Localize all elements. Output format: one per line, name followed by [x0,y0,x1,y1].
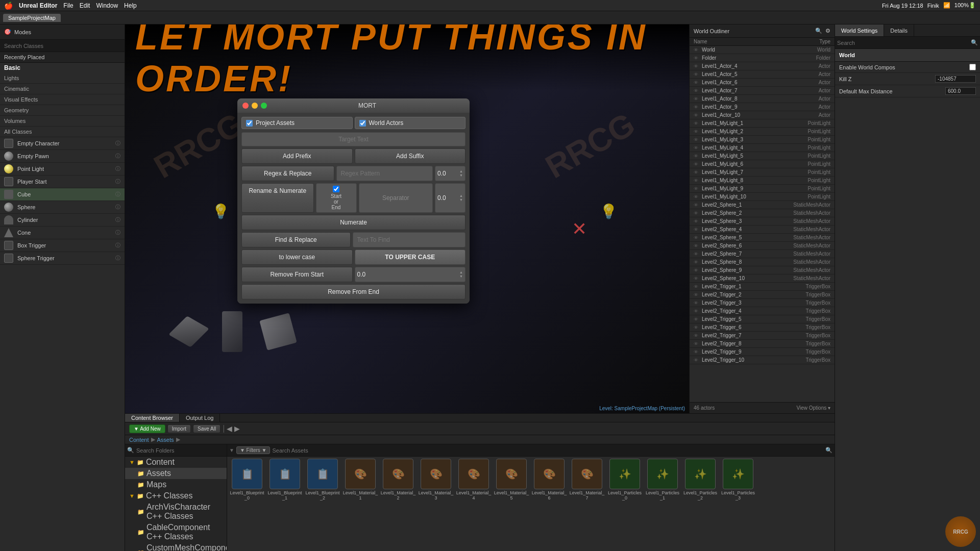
eye-icon[interactable]: 👁 [694,56,700,61]
outliner-item[interactable]: 👁 Level2_Sphere_7 StaticMeshActor [690,250,835,258]
folder-cpp-classes[interactable]: ▼ 📁 C++ Classes [125,490,227,502]
asset-item[interactable]: ✨ Level1_Particles_2 [682,459,718,551]
to-lower-case-button[interactable]: to lower case [241,249,353,265]
category-all-classes[interactable]: All Classes [0,127,125,137]
outliner-item[interactable]: 👁 Level2_Trigger_3 TriggerBox [690,299,835,307]
numerate-spinner[interactable]: ▲▼ [459,194,463,202]
outliner-item[interactable]: 👁 Level1_MyLight_6 PointLight [690,160,835,168]
kill-z-input[interactable] [935,75,976,83]
filters-button[interactable]: ▼ Filters ▼ [236,446,271,454]
class-item-cone[interactable]: Cone ⓘ [0,227,125,239]
outliner-item[interactable]: 👁 Level2_Trigger_2 TriggerBox [690,291,835,299]
mort-minimize-button[interactable] [252,103,258,109]
rename-numerate-button[interactable]: Rename & Numerate [241,183,314,213]
category-cinematic[interactable]: Cinematic [0,84,125,94]
viewport[interactable]: RRCG 人人素材 RRCG LET MORT PUT THINGS IN OR… [125,24,689,413]
details-search-input[interactable] [837,40,969,46]
class-item-point-light[interactable]: Point Light ⓘ [0,163,125,176]
eye-icon[interactable]: 👁 [694,64,700,69]
menu-help[interactable]: Help [124,2,137,9]
menu-file[interactable]: File [63,2,73,9]
asset-item[interactable]: 🎨 Level1_Material_1 [342,459,378,551]
asset-item[interactable]: 📋 Level1_Blueprint_1 [267,459,303,551]
eye-icon[interactable]: 👁 [694,358,700,363]
class-item-cylinder[interactable]: Cylinder ⓘ [0,214,125,227]
class-item-empty-character[interactable]: Empty Character ⓘ [0,137,125,150]
eye-icon[interactable]: 👁 [694,113,700,118]
tab-content-browser[interactable]: Content Browser [125,414,180,422]
eye-icon[interactable]: 👁 [694,154,700,159]
nav-back-icon[interactable]: ◀ [227,424,232,433]
menu-edit[interactable]: Edit [80,2,90,9]
outliner-item[interactable]: 👁 Level2_Sphere_1 StaticMeshActor [690,201,835,209]
eye-icon[interactable]: 👁 [694,325,700,330]
eye-icon[interactable]: 👁 [694,243,700,248]
eye-icon[interactable]: 👁 [694,227,700,232]
class-item-cube[interactable]: Cube ⓘ [0,188,125,201]
eye-icon[interactable]: 👁 [694,88,700,93]
project-assets-checkbox[interactable] [246,120,253,127]
outliner-item[interactable]: 👁 Level2_Trigger_4 TriggerBox [690,307,835,315]
asset-item[interactable]: ✨ Level1_Particles_1 [645,459,680,551]
world-actors-checkbox[interactable] [359,120,366,127]
asset-item[interactable]: 🎨 Level1_Material_4 [456,459,492,551]
eye-icon[interactable]: 👁 [694,203,700,208]
outliner-item[interactable]: 👁 Level2_Trigger_1 TriggerBox [690,283,835,291]
outliner-item[interactable]: 👁 Level1_Actor_10 Actor [690,111,835,119]
remove-start-spinner[interactable]: ▲▼ [459,270,463,279]
add-new-button[interactable]: ▼ Add New [129,424,165,433]
apple-menu[interactable]: 🍎 [4,2,13,10]
outliner-item[interactable]: 👁 Level1_MyLight_3 PointLight [690,136,835,144]
eye-icon[interactable]: 👁 [694,341,700,346]
add-suffix-button[interactable]: Add Suffix [355,148,466,164]
tab-world-settings[interactable]: World Settings [835,24,884,36]
outliner-item[interactable]: 👁 Level2_Sphere_6 StaticMeshActor [690,242,835,250]
outliner-item[interactable]: 👁 Level1_MyLight_7 PointLight [690,168,835,177]
numerate-button[interactable]: Numerate [241,215,465,230]
eye-icon[interactable]: 👁 [694,268,700,273]
outliner-item[interactable]: 👁 Level2_Trigger_5 TriggerBox [690,315,835,323]
eye-icon[interactable]: 👁 [694,162,700,167]
asset-item[interactable]: 📋 Level1_Blueprint_0 [229,459,265,551]
eye-icon[interactable]: 👁 [694,309,700,314]
eye-icon[interactable]: 👁 [694,219,700,224]
regex-replace-button[interactable]: Regex & Replace [241,166,334,181]
folder-cable[interactable]: 📁 CableComponent C++ Classes [125,522,227,542]
eye-icon[interactable]: 👁 [694,178,700,183]
asset-item[interactable]: 🎨 Level1_Material_3 [418,459,454,551]
outliner-item[interactable]: 👁 Level2_Sphere_9 StaticMeshActor [690,266,835,274]
outliner-item[interactable]: 👁 Level2_Sphere_10 StaticMeshActor [690,274,835,283]
eye-icon[interactable]: 👁 [694,284,700,289]
outliner-item[interactable]: 👁 Level1_MyLight_5 PointLight [690,152,835,160]
eye-icon[interactable]: 👁 [694,317,700,322]
outliner-item[interactable]: 👁 Level1_Actor_8 Actor [690,95,835,103]
asset-item[interactable]: ✨ Level1_Particles_0 [607,459,643,551]
class-item-player-start[interactable]: Player Start ⓘ [0,176,125,188]
outliner-item[interactable]: 👁 Level2_Trigger_7 TriggerBox [690,332,835,340]
nav-forward-icon[interactable]: ▶ [234,424,240,433]
asset-item[interactable]: ✨ Level1_Particles_3 [720,459,756,551]
asset-item[interactable]: 🎨 Level1_Material_5 [494,459,529,551]
outliner-item[interactable]: 👁 Level2_Sphere_3 StaticMeshActor [690,217,835,226]
outliner-item[interactable]: 👁 Level1_Actor_6 Actor [690,79,835,87]
tab-sampleproject[interactable]: SampleProjectMap [3,14,61,22]
outliner-item[interactable]: 👁 Level1_Actor_7 Actor [690,87,835,95]
outliner-item[interactable]: 👁 Level1_Actor_9 Actor [690,103,835,111]
category-geometry[interactable]: Geometry [0,105,125,116]
project-assets-checkbox-group[interactable]: Project Assets [241,117,353,129]
eye-icon[interactable]: 👁 [694,300,700,306]
folder-maps[interactable]: 📁 Maps [125,479,227,490]
import-button[interactable]: Import [167,424,191,433]
remove-from-end-button[interactable]: Remove From End [241,284,465,299]
asset-item[interactable]: 🎨 Level1_Material_6 [531,459,567,551]
eye-icon[interactable]: 👁 [694,72,700,77]
outliner-item[interactable]: 👁 Level2_Sphere_2 StaticMeshActor [690,209,835,217]
enable-world-compos-checkbox[interactable] [969,64,976,70]
eye-icon[interactable]: 👁 [694,349,700,355]
asset-item[interactable]: 🎨 Level1_Material_7 [569,459,605,551]
outliner-item[interactable]: 👁 Level2_Sphere_4 StaticMeshActor [690,226,835,234]
menu-window[interactable]: Window [96,2,118,9]
start-end-checkbox[interactable] [333,186,339,192]
find-replace-button[interactable]: Find & Replace [241,232,351,247]
category-volumes[interactable]: Volumes [0,116,125,127]
